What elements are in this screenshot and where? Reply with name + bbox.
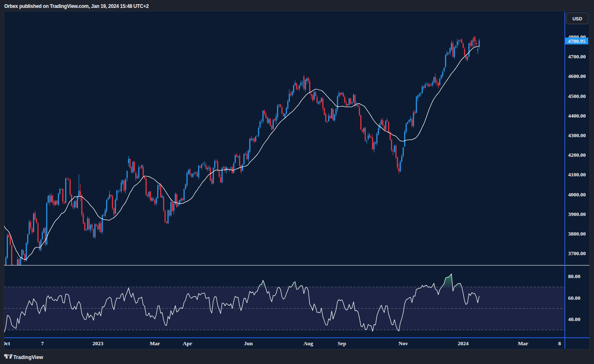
svg-text:40.00: 40.00 bbox=[568, 316, 580, 322]
svg-text:Sep: Sep bbox=[338, 340, 346, 346]
svg-text:8: 8 bbox=[558, 340, 561, 346]
svg-text:4700.00: 4700.00 bbox=[568, 53, 586, 60]
svg-text:TradingView: TradingView bbox=[13, 354, 43, 360]
svg-text:4200.00: 4200.00 bbox=[568, 152, 586, 158]
svg-text:4100.00: 4100.00 bbox=[568, 171, 586, 178]
svg-text:7: 7 bbox=[41, 340, 44, 346]
svg-text:USD: USD bbox=[572, 16, 582, 21]
svg-text:Aug: Aug bbox=[303, 340, 313, 346]
svg-text:80.00: 80.00 bbox=[568, 273, 580, 279]
svg-text:Jun: Jun bbox=[244, 340, 253, 346]
svg-text:Mar: Mar bbox=[518, 340, 528, 346]
svg-text:4400.00: 4400.00 bbox=[568, 113, 586, 119]
svg-text:3700.00: 3700.00 bbox=[568, 250, 586, 256]
svg-text:4000.00: 4000.00 bbox=[568, 191, 586, 198]
svg-text:2024: 2024 bbox=[458, 340, 469, 346]
svg-text:4500.00: 4500.00 bbox=[568, 93, 586, 99]
svg-text:4300.00: 4300.00 bbox=[568, 132, 586, 138]
svg-text:3900.00: 3900.00 bbox=[568, 211, 586, 217]
svg-text:Orbex published on TradingView: Orbex published on TradingView.com, Jan … bbox=[4, 3, 149, 9]
svg-text:Nov: Nov bbox=[399, 340, 408, 346]
svg-text:Mar: Mar bbox=[150, 340, 160, 346]
svg-text:3800.00: 3800.00 bbox=[568, 231, 586, 237]
svg-text:60.00: 60.00 bbox=[568, 295, 580, 301]
svg-text:2023: 2023 bbox=[93, 340, 104, 346]
svg-text:Apr: Apr bbox=[183, 340, 192, 346]
svg-text:4600.00: 4600.00 bbox=[568, 73, 586, 79]
svg-text:4780.95: 4780.95 bbox=[568, 38, 586, 44]
